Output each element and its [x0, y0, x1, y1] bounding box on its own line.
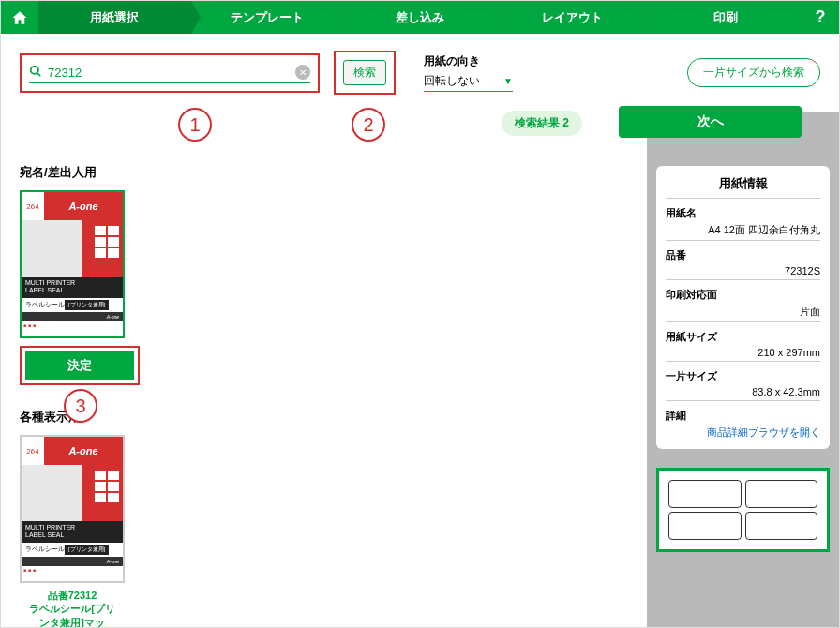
category-display: 各種表示用 [20, 409, 628, 426]
search-button-container: 検索 [334, 51, 396, 95]
info-title: 用紙情報 [666, 175, 820, 199]
preview-cell [668, 480, 742, 508]
annotation-2: 2 [352, 108, 385, 142]
svg-line-1 [38, 72, 41, 76]
product-caption: 品番72312 ラベルシール[プリ ンタ兼用]マッ [20, 589, 125, 628]
nav-step-template[interactable]: テンプレート [191, 1, 344, 34]
product-image-2: 264 A-one MULTI PRINTERLABEL SEAL ラベルシール… [20, 435, 125, 583]
orientation-select[interactable]: 回転しない ▼ [424, 71, 513, 92]
product-card-selected[interactable]: 264 A-one MULTI PRINTERLABEL SEAL ラベルシール… [20, 190, 125, 338]
label-preview [656, 468, 830, 552]
clear-icon[interactable]: ✕ [295, 65, 310, 80]
nav-step-merge[interactable]: 差し込み [344, 1, 497, 34]
search-input[interactable] [48, 66, 295, 80]
decide-button-wrap: 決定 [20, 346, 140, 385]
nav-step-layout[interactable]: レイアウト [496, 1, 649, 34]
left-panel: 宛名/差出人用 264 A-one MULTI PRINTERLABEL SEA… [1, 112, 647, 628]
orientation-section: 用紙の向き 回転しない ▼ [424, 53, 513, 92]
nav-step-paper[interactable]: 用紙選択 [38, 1, 191, 34]
right-panel: 用紙情報 用紙名A4 12面 四辺余白付角丸 品番72312S 印刷対応面片面 … [647, 112, 839, 628]
category-addressee: 宛名/差出人用 [20, 164, 628, 181]
product-card-2[interactable]: 264 A-one MULTI PRINTERLABEL SEAL ラベルシール… [20, 435, 125, 628]
top-nav: 用紙選択 テンプレート 差し込み レイアウト 印刷 ? [1, 1, 839, 34]
annotation-1: 1 [178, 108, 212, 142]
product-image: 264 A-one MULTI PRINTERLABEL SEAL ラベルシール… [20, 190, 125, 338]
main-area: 宛名/差出人用 264 A-one MULTI PRINTERLABEL SEA… [1, 112, 839, 628]
search-row: ✕ 検索 用紙の向き 回転しない ▼ 一片サイズから検索 [1, 34, 839, 112]
home-icon [11, 9, 28, 26]
search-icon [29, 65, 42, 81]
home-button[interactable] [1, 1, 38, 34]
chevron-down-icon: ▼ [503, 76, 513, 86]
next-button[interactable]: 次へ [619, 106, 802, 138]
preview-cell [668, 512, 742, 540]
decide-button[interactable]: 決定 [25, 351, 134, 380]
preview-cell [745, 480, 818, 508]
annotation-3: 3 [64, 389, 98, 423]
search-container: ✕ [20, 53, 320, 93]
orientation-label: 用紙の向き [424, 53, 513, 69]
detail-link[interactable]: 商品詳細ブラウザを開く [666, 423, 820, 440]
preview-cell [745, 512, 818, 540]
paper-info-panel: 用紙情報 用紙名A4 12面 四辺余白付角丸 品番72312S 印刷対応面片面 … [656, 166, 830, 449]
size-search-button[interactable]: 一片サイズから検索 [687, 58, 820, 87]
nav-step-print[interactable]: 印刷 [649, 1, 802, 34]
results-badge: 検索結果 2 [502, 111, 582, 136]
search-button[interactable]: 検索 [343, 60, 386, 85]
svg-point-0 [31, 66, 38, 73]
